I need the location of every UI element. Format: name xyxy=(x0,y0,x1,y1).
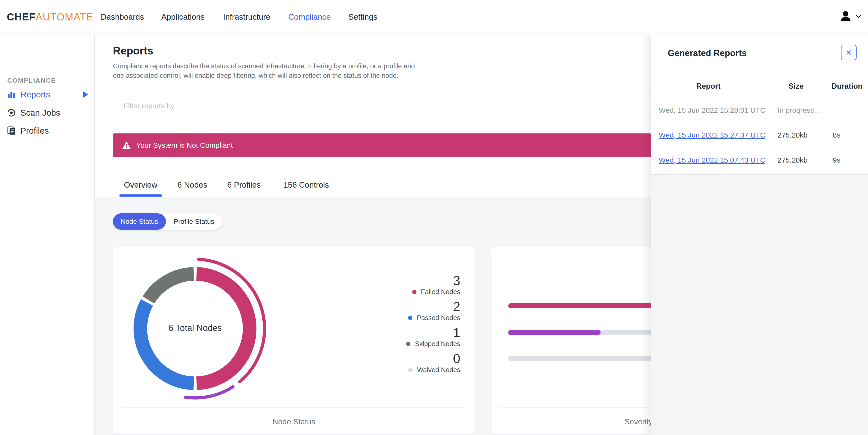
failed-dot-icon xyxy=(412,290,416,294)
logo-automate: AUTOMATE xyxy=(35,11,93,23)
report-duration: 9s xyxy=(833,156,840,164)
nav-item-dashboards[interactable]: Dashboards xyxy=(101,0,144,34)
tab-label: 6 Profiles xyxy=(227,180,261,190)
report-size: 275.20kb xyxy=(777,131,807,139)
active-tab-underline xyxy=(119,194,162,197)
page-description: Compliance reports describe the status o… xyxy=(113,61,429,80)
broadcast-icon xyxy=(7,108,16,118)
report-size: In progress... xyxy=(777,106,820,114)
toggle-node-status[interactable]: Node Status xyxy=(113,213,166,230)
column-header-size: Size xyxy=(788,82,804,91)
close-icon: ✕ xyxy=(846,48,852,57)
legend-label: Passed Nodes xyxy=(417,314,460,322)
main-content: Reports Compliance reports describe the … xyxy=(95,34,651,435)
report-download-link[interactable]: Wed, 15 Jun 2022 15:07:43 UTC xyxy=(659,156,765,164)
not-compliant-banner: Your System is Not Compliant xyxy=(113,133,651,157)
legend-label: Skipped Nodes xyxy=(415,340,460,348)
sidebar-item-reports[interactable]: Reports xyxy=(0,86,94,103)
node-status-caption: Node Status xyxy=(113,417,475,426)
filter-reports-input[interactable] xyxy=(113,94,651,118)
tab-label: 6 Nodes xyxy=(177,180,207,190)
report-timestamp: Wed, 15 Jun 2022 15:28:01 UTC xyxy=(659,106,765,114)
compliance-sidebar: COMPLIANCE Reports Scan Jobs Profiles xyxy=(0,34,95,435)
passed-dot-icon xyxy=(408,316,412,320)
bar-chart-icon xyxy=(7,90,16,99)
top-nav: CHEFAUTOMATE Dashboards Applications Inf… xyxy=(0,0,868,34)
tab-controls[interactable]: 156 Controls xyxy=(283,173,329,197)
sidebar-item-profiles[interactable]: Profiles xyxy=(0,122,94,140)
banner-text: Your System is Not Compliant xyxy=(136,141,233,149)
generated-reports-panel: Generated Reports ✕ Report Size Duration… xyxy=(651,34,868,435)
waived-count: 0 xyxy=(334,352,460,366)
sidebar-item-label: Profiles xyxy=(21,126,49,136)
nav-item-settings[interactable]: Settings xyxy=(348,0,377,34)
card-divider xyxy=(122,407,466,407)
toggle-profile-status[interactable]: Profile Status xyxy=(166,213,222,230)
person-icon xyxy=(839,10,852,24)
logo-chef: CHEF xyxy=(7,11,35,23)
node-status-card: 6 Total Nodes 3 Failed Nodes 2 Passed No… xyxy=(113,247,475,434)
nav-item-applications[interactable]: Applications xyxy=(161,0,205,34)
column-header-report: Report xyxy=(696,82,720,91)
column-header-duration: Duration xyxy=(832,82,862,91)
skipped-count: 1 xyxy=(334,325,460,339)
donut-center-label: 6 Total Nodes xyxy=(147,323,244,333)
sidebar-heading: COMPLIANCE xyxy=(7,77,56,84)
close-panel-button[interactable]: ✕ xyxy=(841,45,857,60)
tab-overview[interactable]: Overview xyxy=(119,173,162,197)
chevron-down-icon xyxy=(856,15,861,19)
panel-title: Generated Reports xyxy=(668,48,747,58)
status-toggle: Node Status Profile Status xyxy=(113,213,222,230)
sidebar-item-scan-jobs[interactable]: Scan Jobs xyxy=(0,104,94,122)
legend-item-skipped: 1 Skipped Nodes xyxy=(334,325,460,348)
panel-divider xyxy=(651,73,868,73)
report-duration: 8s xyxy=(833,131,840,139)
page-title: Reports xyxy=(113,45,153,57)
report-download-link[interactable]: Wed, 15 Jun 2022 15:27:37 UTC xyxy=(659,131,765,139)
tab-label: 156 Controls xyxy=(283,180,329,190)
passed-count: 2 xyxy=(334,299,460,313)
chevron-right-icon xyxy=(83,91,88,98)
legend-label: Failed Nodes xyxy=(421,288,460,296)
legend-item-failed: 3 Failed Nodes xyxy=(334,273,460,296)
legend-label: Waived Nodes xyxy=(417,366,460,374)
node-status-legend: 3 Failed Nodes 2 Passed Nodes 1 Skipped … xyxy=(334,273,460,377)
tab-label: Overview xyxy=(124,180,157,190)
waived-dot-icon xyxy=(408,368,412,372)
chef-automate-logo: CHEFAUTOMATE xyxy=(7,0,93,34)
failed-count: 3 xyxy=(334,273,460,288)
skipped-dot-icon xyxy=(406,342,410,346)
tab-profiles[interactable]: 6 Profiles xyxy=(227,173,261,197)
tab-nodes[interactable]: 6 Nodes xyxy=(177,173,207,197)
documents-icon xyxy=(7,126,16,135)
panel-empty-area xyxy=(651,174,868,435)
sidebar-item-label: Reports xyxy=(21,90,50,99)
user-menu-button[interactable] xyxy=(839,0,861,34)
legend-item-waived: 0 Waived Nodes xyxy=(334,352,460,374)
severity-bar-fill xyxy=(508,330,601,335)
warning-triangle-icon xyxy=(122,141,131,149)
report-size: 275.20kb xyxy=(777,156,807,164)
nav-item-infrastructure[interactable]: Infrastructure xyxy=(223,0,270,34)
legend-item-passed: 2 Passed Nodes xyxy=(334,299,460,322)
sidebar-item-label: Scan Jobs xyxy=(21,108,60,118)
nav-item-compliance[interactable]: Compliance xyxy=(288,0,331,34)
